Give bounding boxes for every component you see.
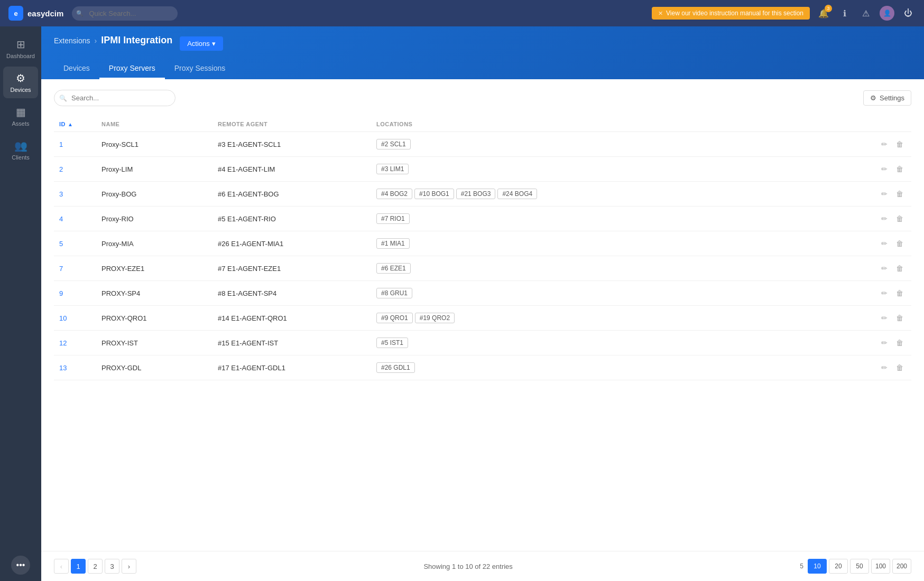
tab-proxy-servers[interactable]: Proxy Servers bbox=[99, 59, 165, 79]
sidebar-item-devices[interactable]: ⚙ Devices bbox=[3, 67, 38, 98]
video-banner-text: View our video instruction manual for th… bbox=[666, 10, 803, 17]
delete-button[interactable]: 🗑 bbox=[893, 163, 906, 175]
main-content: ⚙ Settings ID ▲ Name bbox=[41, 79, 924, 551]
tab-proxy-sessions[interactable]: Proxy Sessions bbox=[165, 59, 235, 79]
row-actions: ✏ 🗑 bbox=[874, 263, 906, 274]
edit-button[interactable]: ✏ bbox=[879, 138, 890, 150]
delete-button[interactable]: 🗑 bbox=[893, 188, 906, 200]
notif-count: 3 bbox=[825, 5, 832, 12]
cell-name: Proxy-SCL1 bbox=[96, 132, 212, 157]
page-1-button[interactable]: 1 bbox=[71, 559, 86, 574]
prev-page-button[interactable]: ‹ bbox=[54, 559, 69, 574]
search-input[interactable] bbox=[54, 90, 175, 106]
row-actions: ✏ 🗑 bbox=[874, 337, 906, 349]
location-tag: #26 GDL1 bbox=[376, 362, 415, 373]
per-page-20[interactable]: 20 bbox=[829, 559, 848, 574]
sidebar-item-label: Dashboard bbox=[6, 53, 35, 59]
logo-text: easydcim bbox=[27, 9, 63, 18]
actions-button[interactable]: Actions ▾ bbox=[180, 36, 223, 51]
delete-button[interactable]: 🗑 bbox=[893, 337, 906, 349]
settings-button[interactable]: ⚙ Settings bbox=[863, 90, 911, 106]
row-actions: ✏ 🗑 bbox=[874, 287, 906, 299]
delete-button[interactable]: 🗑 bbox=[893, 213, 906, 224]
table-row: 1Proxy-SCL1#3 E1-AGENT-SCL1#2 SCL1 ✏ 🗑 bbox=[54, 132, 911, 157]
next-page-button[interactable]: › bbox=[122, 559, 136, 574]
cell-locations: #4 BOG2#10 BOG1#21 BOG3#24 BOG4 bbox=[371, 182, 869, 207]
breadcrumb-parent-link[interactable]: Extensions bbox=[54, 36, 90, 45]
per-page-50[interactable]: 50 bbox=[850, 559, 869, 574]
edit-button[interactable]: ✏ bbox=[879, 312, 890, 324]
cell-actions: ✏ 🗑 bbox=[869, 132, 911, 157]
cell-remote-agent: #8 E1-AGENT-SP4 bbox=[212, 281, 371, 306]
logo-icon: e bbox=[8, 6, 23, 21]
info-icon[interactable]: ℹ bbox=[837, 6, 852, 21]
cell-id: 5 bbox=[54, 231, 96, 256]
location-tag: #4 BOG2 bbox=[376, 189, 412, 199]
breadcrumb-separator: › bbox=[94, 36, 97, 45]
settings-label: Settings bbox=[880, 94, 904, 102]
per-page-100[interactable]: 100 bbox=[871, 559, 890, 574]
location-tag: #5 IST1 bbox=[376, 338, 408, 348]
delete-button[interactable]: 🗑 bbox=[893, 287, 906, 299]
row-actions: ✏ 🗑 bbox=[874, 188, 906, 200]
table-row: 4Proxy-RIO#5 E1-AGENT-RIO#7 RIO1 ✏ 🗑 bbox=[54, 207, 911, 231]
breadcrumb-current: IPMI Integration bbox=[101, 35, 172, 46]
sidebar-item-dashboard[interactable]: ⊞ Dashboard bbox=[3, 33, 38, 64]
sidebar-item-clients[interactable]: 👥 Clients bbox=[3, 134, 38, 166]
table-row: 7PROXY-EZE1#7 E1-AGENT-EZE1#6 EZE1 ✏ 🗑 bbox=[54, 256, 911, 281]
delete-button[interactable]: 🗑 bbox=[893, 238, 906, 249]
avatar[interactable]: 👤 bbox=[880, 6, 894, 21]
delete-button[interactable]: 🗑 bbox=[893, 312, 906, 324]
notifications-icon[interactable]: 🔔 3 bbox=[816, 6, 831, 21]
cell-actions: ✏ 🗑 bbox=[869, 231, 911, 256]
alert-icon[interactable]: ⚠ bbox=[858, 6, 873, 21]
delete-button[interactable]: 🗑 bbox=[893, 138, 906, 150]
table-row: 13PROXY-GDL#17 E1-AGENT-GDL1#26 GDL1 ✏ 🗑 bbox=[54, 355, 911, 380]
edit-button[interactable]: ✏ bbox=[879, 213, 890, 224]
video-banner[interactable]: ✕ View our video instruction manual for … bbox=[652, 7, 810, 20]
location-tag: #10 BOG1 bbox=[414, 189, 454, 199]
page-2-button[interactable]: 2 bbox=[88, 559, 103, 574]
cell-actions: ✏ 🗑 bbox=[869, 256, 911, 281]
edit-button[interactable]: ✏ bbox=[879, 188, 890, 200]
header-top-row: Extensions › IPMI Integration Actions ▾ bbox=[54, 35, 911, 52]
content-area: Extensions › IPMI Integration Actions ▾ … bbox=[41, 26, 924, 581]
cell-actions: ✏ 🗑 bbox=[869, 355, 911, 380]
topbar: e easydcim ✕ View our video instruction … bbox=[0, 0, 924, 26]
power-icon[interactable]: ⏻ bbox=[901, 6, 916, 21]
cell-name: PROXY-IST bbox=[96, 331, 212, 355]
sidebar-item-assets[interactable]: ▦ Assets bbox=[3, 100, 38, 132]
locations-column-header: Locations bbox=[371, 117, 869, 132]
location-tag: #7 RIO1 bbox=[376, 213, 410, 224]
edit-button[interactable]: ✏ bbox=[879, 362, 890, 373]
logo[interactable]: e easydcim bbox=[8, 6, 63, 21]
edit-button[interactable]: ✏ bbox=[879, 238, 890, 249]
location-tag: #6 EZE1 bbox=[376, 263, 411, 274]
search-input[interactable] bbox=[72, 6, 178, 21]
delete-button[interactable]: 🗑 bbox=[893, 362, 906, 373]
row-actions: ✏ 🗑 bbox=[874, 362, 906, 373]
delete-button[interactable]: 🗑 bbox=[893, 263, 906, 274]
page-3-button[interactable]: 3 bbox=[105, 559, 119, 574]
edit-button[interactable]: ✏ bbox=[879, 263, 890, 274]
id-column-header[interactable]: ID ▲ bbox=[59, 121, 91, 127]
sidebar-more-button[interactable]: ••• bbox=[11, 556, 30, 575]
per-page-200[interactable]: 200 bbox=[892, 559, 911, 574]
cell-actions: ✏ 🗑 bbox=[869, 157, 911, 182]
tab-devices[interactable]: Devices bbox=[54, 59, 99, 79]
cell-locations: #2 SCL1 bbox=[371, 132, 869, 157]
data-table: ID ▲ Name Remote Agent Locations bbox=[54, 117, 911, 380]
edit-button[interactable]: ✏ bbox=[879, 287, 890, 299]
tabs: Devices Proxy Servers Proxy Sessions bbox=[54, 59, 911, 79]
search-wrap bbox=[54, 90, 175, 106]
location-tag: #2 SCL1 bbox=[376, 139, 411, 149]
edit-button[interactable]: ✏ bbox=[879, 163, 890, 175]
row-actions: ✏ 🗑 bbox=[874, 138, 906, 150]
location-tag: #3 LIM1 bbox=[376, 164, 409, 174]
cell-actions: ✏ 🗑 bbox=[869, 306, 911, 331]
edit-button[interactable]: ✏ bbox=[879, 337, 890, 349]
cell-name: Proxy-BOG bbox=[96, 182, 212, 207]
per-page-10[interactable]: 10 bbox=[808, 559, 827, 574]
cell-remote-agent: #17 E1-AGENT-GDL1 bbox=[212, 355, 371, 380]
name-column-header: Name bbox=[96, 117, 212, 132]
